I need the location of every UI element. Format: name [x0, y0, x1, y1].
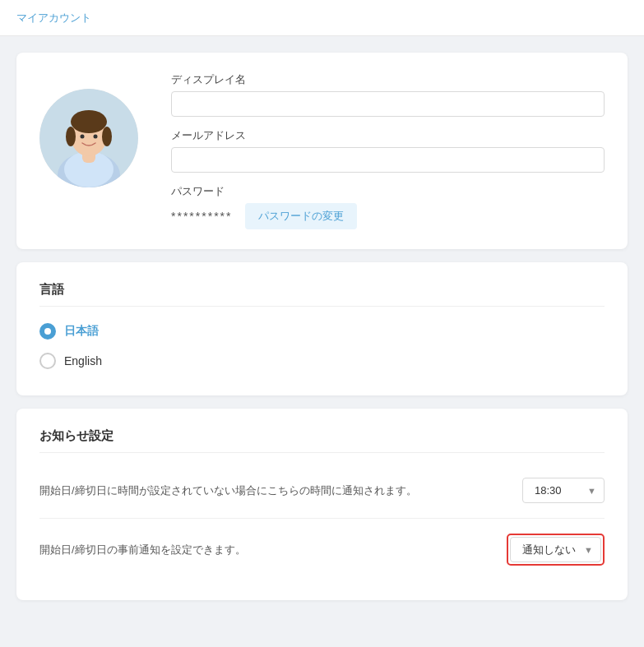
avatar-wrapper: [39, 72, 138, 187]
notification-text-1: 開始日/締切日に時間が設定されていない場合にこちらの時間に通知されます。: [39, 483, 506, 498]
password-group: パスワード ********** パスワードの変更: [171, 184, 605, 229]
radio-en[interactable]: [39, 353, 56, 369]
notification-section-title: お知らせ設定: [39, 428, 605, 453]
notification-card: お知らせ設定 開始日/締切日に時間が設定されていない場合にこちらの時間に通知され…: [16, 409, 628, 600]
email-group: メールアドレス: [171, 128, 605, 173]
email-label: メールアドレス: [171, 128, 605, 143]
notification-row-2: 開始日/締切日の事前通知を設定できます。 通知しない 1日前 2日前 3日前 1…: [39, 519, 605, 580]
password-value-row: ********** パスワードの変更: [171, 203, 605, 229]
radio-ja[interactable]: [39, 323, 56, 340]
time-select-wrapper: 09:00 12:00 15:00 18:00 18:30 21:00 ▼: [522, 478, 605, 503]
display-name-input[interactable]: [171, 91, 605, 117]
time-select[interactable]: 09:00 12:00 15:00 18:00 18:30 21:00: [522, 478, 605, 503]
avatar: [39, 89, 138, 187]
password-label: パスワード: [171, 184, 605, 199]
top-bar: マイアカウント: [0, 0, 644, 36]
language-label-en: English: [64, 354, 102, 367]
language-card: 言語 日本語 English: [16, 262, 628, 395]
advance-select-highlight: 通知しない 1日前 2日前 3日前 1週間前 ▼: [507, 534, 605, 566]
email-input[interactable]: [171, 147, 605, 173]
svg-point-6: [66, 127, 76, 146]
notification-row-1: 開始日/締切日に時間が設定されていない場合にこちらの時間に通知されます。 09:…: [39, 463, 605, 519]
main-content: ディスプレイ名 メールアドレス パスワード ********** パスワードの変…: [0, 36, 644, 617]
profile-form: ディスプレイ名 メールアドレス パスワード ********** パスワードの変…: [171, 72, 605, 229]
svg-point-8: [81, 135, 85, 139]
profile-card: ディスプレイ名 メールアドレス パスワード ********** パスワードの変…: [16, 53, 628, 249]
svg-point-9: [94, 135, 98, 139]
notification-text-2: 開始日/締切日の事前通知を設定できます。: [39, 543, 490, 557]
advance-select-wrapper: 通知しない 1日前 2日前 3日前 1週間前 ▼: [510, 537, 601, 562]
password-dots: **********: [171, 210, 232, 223]
breadcrumb[interactable]: マイアカウント: [16, 12, 91, 24]
language-option-en[interactable]: English: [39, 346, 605, 376]
advance-notify-select[interactable]: 通知しない 1日前 2日前 3日前 1週間前: [510, 537, 601, 562]
display-name-group: ディスプレイ名: [171, 72, 605, 117]
svg-point-5: [71, 110, 107, 133]
display-name-label: ディスプレイ名: [171, 72, 605, 87]
avatar-image: [39, 89, 138, 187]
language-section-title: 言語: [39, 282, 605, 307]
change-password-button[interactable]: パスワードの変更: [245, 203, 357, 229]
language-option-ja[interactable]: 日本語: [39, 317, 605, 346]
svg-point-7: [102, 127, 112, 146]
language-label-ja: 日本語: [64, 324, 99, 339]
